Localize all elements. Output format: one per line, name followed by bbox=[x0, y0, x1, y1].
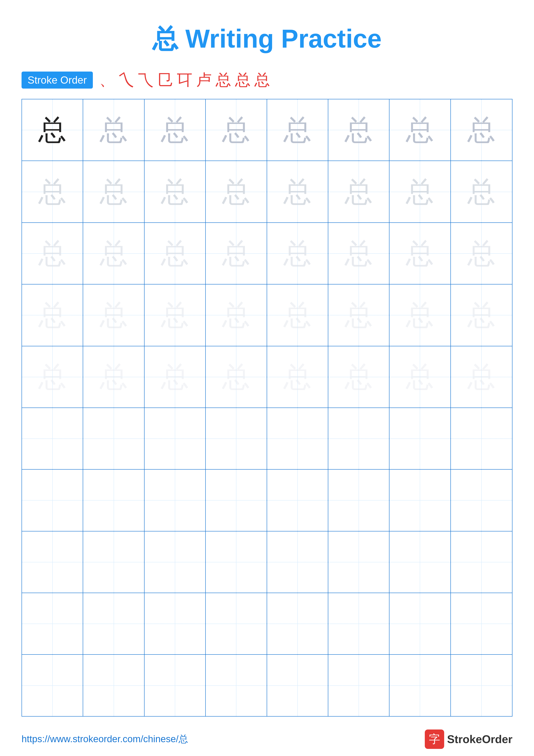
grid-cell[interactable]: 总 bbox=[144, 99, 206, 161]
grid-cell[interactable]: 总 bbox=[206, 284, 267, 346]
grid-cell[interactable] bbox=[451, 408, 512, 469]
grid-cell[interactable]: 总 bbox=[328, 223, 390, 284]
grid-row: 总 总 总 总 总 总 总 总 bbox=[22, 346, 512, 408]
grid-cell[interactable]: 总 bbox=[451, 161, 512, 222]
grid-cell[interactable] bbox=[267, 470, 328, 531]
grid-row: 总 总 总 总 总 总 总 总 bbox=[22, 223, 512, 284]
grid-cell[interactable] bbox=[83, 655, 144, 716]
grid-cell[interactable] bbox=[267, 593, 328, 654]
footer-logo-icon: 字 bbox=[425, 729, 444, 749]
grid-cell[interactable]: 总 bbox=[451, 346, 512, 408]
grid-cell[interactable] bbox=[144, 470, 206, 531]
grid-cell[interactable] bbox=[83, 408, 144, 469]
grid-cell[interactable] bbox=[144, 593, 206, 654]
grid-cell[interactable] bbox=[328, 470, 390, 531]
grid-cell[interactable]: 总 bbox=[206, 223, 267, 284]
grid-cell[interactable] bbox=[22, 408, 83, 469]
grid-cell[interactable]: 总 bbox=[267, 284, 328, 346]
grid-cell[interactable]: 总 bbox=[22, 99, 83, 161]
grid-cell[interactable]: 总 bbox=[144, 161, 206, 222]
grid-cell[interactable]: 总 bbox=[451, 99, 512, 161]
grid-cell[interactable]: 总 bbox=[83, 99, 144, 161]
grid-cell[interactable]: 总 bbox=[390, 284, 451, 346]
grid-cell[interactable]: 总 bbox=[328, 99, 390, 161]
grid-cell[interactable]: 总 bbox=[390, 99, 451, 161]
grid-cell[interactable] bbox=[267, 531, 328, 593]
grid-cell[interactable] bbox=[328, 408, 390, 469]
grid-cell[interactable]: 总 bbox=[267, 161, 328, 222]
grid-cell[interactable] bbox=[451, 593, 512, 654]
grid-cell[interactable] bbox=[144, 531, 206, 593]
practice-char: 总 bbox=[468, 116, 496, 144]
practice-char: 总 bbox=[284, 301, 312, 329]
grid-cell[interactable]: 总 bbox=[22, 223, 83, 284]
grid-cell[interactable] bbox=[144, 655, 206, 716]
practice-char: 总 bbox=[284, 363, 312, 391]
grid-cell[interactable] bbox=[451, 531, 512, 593]
grid-cell[interactable]: 总 bbox=[206, 346, 267, 408]
practice-char: 总 bbox=[100, 116, 128, 144]
grid-cell[interactable] bbox=[451, 470, 512, 531]
practice-char: 总 bbox=[161, 301, 189, 329]
grid-cell[interactable] bbox=[83, 531, 144, 593]
practice-char: 总 bbox=[222, 116, 250, 144]
grid-cell[interactable]: 总 bbox=[267, 99, 328, 161]
grid-cell[interactable] bbox=[390, 531, 451, 593]
page-title: 总 Writing Practice bbox=[21, 21, 513, 57]
grid-cell[interactable]: 总 bbox=[328, 284, 390, 346]
grid-cell[interactable] bbox=[390, 593, 451, 654]
grid-cell[interactable] bbox=[83, 593, 144, 654]
grid-row: 总 总 总 总 总 总 总 总 bbox=[22, 99, 512, 161]
grid-cell[interactable]: 总 bbox=[267, 346, 328, 408]
grid-cell[interactable] bbox=[22, 531, 83, 593]
grid-cell[interactable] bbox=[206, 655, 267, 716]
grid-cell[interactable]: 总 bbox=[390, 223, 451, 284]
grid-cell[interactable]: 总 bbox=[328, 161, 390, 222]
grid-cell[interactable]: 总 bbox=[451, 284, 512, 346]
grid-cell[interactable] bbox=[206, 531, 267, 593]
grid-cell[interactable]: 总 bbox=[328, 346, 390, 408]
grid-cell[interactable]: 总 bbox=[83, 284, 144, 346]
grid-cell[interactable]: 总 bbox=[144, 223, 206, 284]
grid-cell[interactable] bbox=[328, 593, 390, 654]
grid-cell[interactable]: 总 bbox=[83, 223, 144, 284]
grid-cell[interactable]: 总 bbox=[390, 346, 451, 408]
practice-char: 总 bbox=[468, 363, 496, 391]
grid-cell[interactable] bbox=[328, 655, 390, 716]
grid-cell[interactable] bbox=[328, 531, 390, 593]
grid-cell[interactable]: 总 bbox=[144, 346, 206, 408]
grid-cell[interactable]: 总 bbox=[451, 223, 512, 284]
practice-char: 总 bbox=[345, 116, 373, 144]
grid-cell[interactable]: 总 bbox=[206, 99, 267, 161]
grid-row: 总 总 总 总 总 总 总 总 bbox=[22, 161, 512, 223]
grid-cell[interactable] bbox=[206, 593, 267, 654]
grid-cell[interactable] bbox=[144, 408, 206, 469]
grid-cell[interactable]: 总 bbox=[22, 346, 83, 408]
practice-char: 总 bbox=[468, 239, 496, 267]
grid-cell[interactable] bbox=[390, 655, 451, 716]
grid-cell[interactable] bbox=[390, 470, 451, 531]
grid-cell[interactable]: 总 bbox=[144, 284, 206, 346]
practice-char: 总 bbox=[222, 178, 250, 206]
stroke-9: 总 bbox=[254, 69, 270, 90]
grid-cell[interactable] bbox=[267, 655, 328, 716]
grid-cell[interactable]: 总 bbox=[22, 284, 83, 346]
grid-cell[interactable]: 总 bbox=[206, 161, 267, 222]
grid-cell[interactable] bbox=[390, 408, 451, 469]
grid-cell[interactable]: 总 bbox=[390, 161, 451, 222]
grid-cell[interactable]: 总 bbox=[83, 346, 144, 408]
practice-char: 总 bbox=[100, 363, 128, 391]
grid-cell[interactable]: 总 bbox=[22, 161, 83, 222]
grid-cell[interactable] bbox=[22, 593, 83, 654]
stroke-3: 乁 bbox=[138, 69, 154, 90]
grid-cell[interactable] bbox=[22, 655, 83, 716]
grid-cell[interactable]: 总 bbox=[267, 223, 328, 284]
grid-cell[interactable] bbox=[451, 655, 512, 716]
grid-cell[interactable] bbox=[206, 470, 267, 531]
grid-cell[interactable] bbox=[206, 408, 267, 469]
grid-row: 总 总 总 总 总 总 总 总 bbox=[22, 284, 512, 346]
grid-cell[interactable] bbox=[22, 470, 83, 531]
grid-cell[interactable] bbox=[267, 408, 328, 469]
grid-cell[interactable]: 总 bbox=[83, 161, 144, 222]
grid-cell[interactable] bbox=[83, 470, 144, 531]
